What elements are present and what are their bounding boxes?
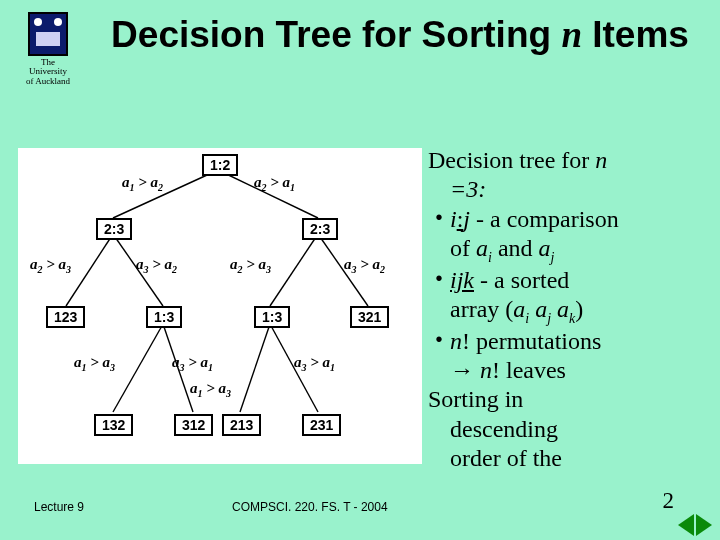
tree-node: 1:3: [254, 306, 290, 328]
edge-label: a2 > a1: [254, 174, 295, 193]
university-logo: The University of Auckland: [18, 12, 78, 86]
tree-leaf: 231: [302, 414, 341, 436]
edge-label: a1 > a2: [122, 174, 163, 193]
decision-tree-diagram: 1:2 2:3 2:3 123 1:3 1:3 321 132 312 213 …: [18, 148, 422, 464]
tree-node: 1:2: [202, 154, 238, 176]
tree-node: 2:3: [302, 218, 338, 240]
edge-label: a3 > a1: [172, 354, 213, 373]
tree-leaf: 213: [222, 414, 261, 436]
svg-line-4: [270, 234, 318, 306]
edge-label: a3 > a2: [136, 256, 177, 275]
nav-arrows: [678, 514, 712, 536]
tree-leaf: 312: [174, 414, 213, 436]
page-number: 2: [663, 488, 675, 514]
university-name: The University of Auckland: [18, 58, 78, 86]
tree-leaf: 123: [46, 306, 85, 328]
tree-node: 2:3: [96, 218, 132, 240]
svg-line-8: [240, 324, 270, 412]
tree-leaf: 321: [350, 306, 389, 328]
edge-label: a2 > a3: [30, 256, 71, 275]
svg-line-2: [66, 234, 113, 306]
svg-line-6: [113, 324, 163, 412]
edge-label: a1 > a3: [74, 354, 115, 373]
crest-icon: [28, 12, 68, 56]
edge-label: a2 > a3: [230, 256, 271, 275]
slide-body-text: Decision tree for n =3: •i:j - a compari…: [428, 146, 710, 473]
edge-label: a1 > a3: [190, 380, 231, 399]
prev-slide-icon[interactable]: [678, 514, 694, 536]
tree-leaf: 132: [94, 414, 133, 436]
next-slide-icon[interactable]: [696, 514, 712, 536]
edge-label: a3 > a1: [294, 354, 335, 373]
edge-label: a3 > a2: [344, 256, 385, 275]
tree-node: 1:3: [146, 306, 182, 328]
slide-title: Decision Tree for Sorting n Items: [100, 14, 700, 55]
course-code: COMPSCI. 220. FS. T - 2004: [232, 500, 388, 514]
lecture-label: Lecture 9: [34, 500, 84, 514]
